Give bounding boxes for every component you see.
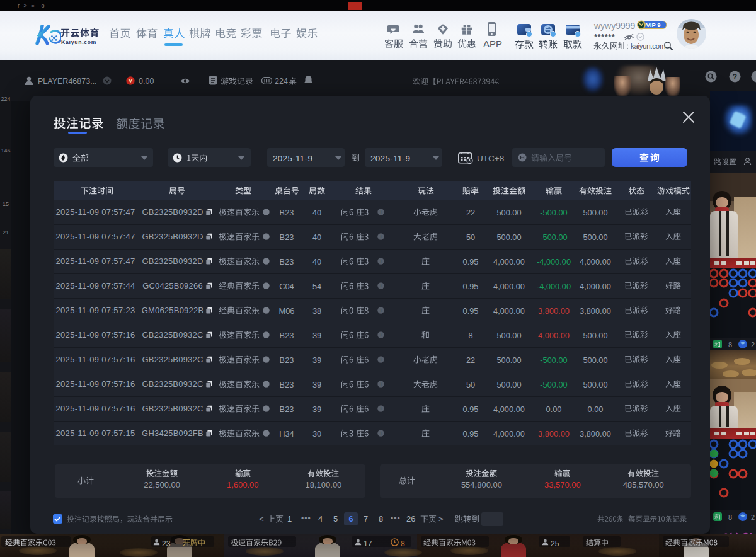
svg-text:2: 2 [751,341,755,348]
svg-text:8: 8 [728,341,732,348]
svg-text:2: 2 [751,514,755,521]
svg-text:VIP 9: VIP 9 [646,21,660,28]
svg-text:8: 8 [728,514,732,521]
svg-text:?: ? [733,72,737,81]
